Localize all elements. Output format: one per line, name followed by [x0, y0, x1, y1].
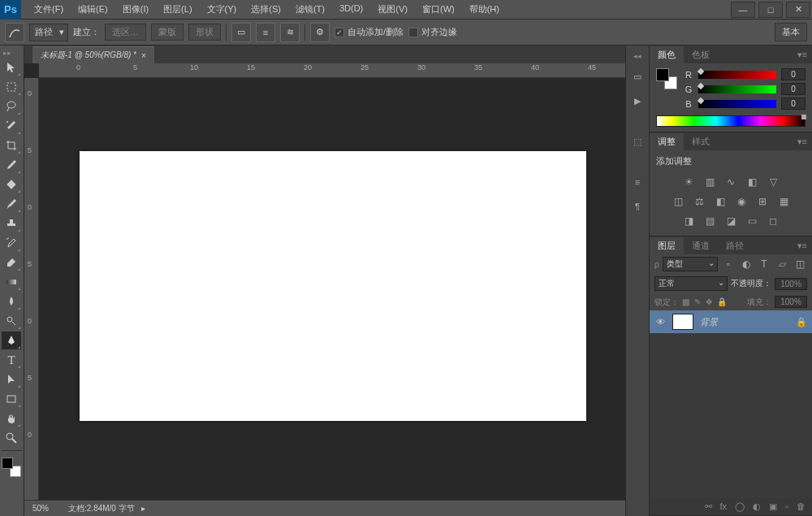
adj-threshold-icon[interactable]: ◪ — [723, 215, 738, 228]
adj-vibrance-icon[interactable]: ▽ — [766, 176, 780, 189]
layer-mask-icon[interactable]: ◯ — [735, 501, 745, 512]
adj-gradient-map-icon[interactable]: ▭ — [745, 215, 759, 228]
path-mode-dropdown[interactable]: 路径 — [29, 24, 68, 41]
current-tool-icon[interactable] — [5, 23, 24, 42]
window-maximize[interactable]: □ — [758, 2, 783, 18]
make-shape-button[interactable]: 形状 — [188, 24, 221, 41]
menu-type[interactable]: 文字(Y) — [201, 0, 244, 19]
tab-adjustments[interactable]: 调整 — [650, 133, 684, 150]
b-value[interactable]: 0 — [781, 98, 806, 110]
menu-image[interactable]: 图像(I) — [116, 0, 155, 19]
eyedropper-tool[interactable] — [2, 156, 21, 174]
healing-tool[interactable] — [2, 176, 21, 193]
path-align-icon[interactable]: ≡ — [256, 23, 275, 42]
window-close[interactable]: ✕ — [786, 2, 810, 18]
path-arrange-icon[interactable]: ≋ — [280, 23, 300, 42]
lasso-tool[interactable] — [2, 98, 21, 115]
fill-input[interactable]: 100% — [775, 296, 807, 308]
new-group-icon[interactable]: ▣ — [769, 501, 777, 512]
color-spectrum[interactable] — [656, 115, 806, 127]
menu-file[interactable]: 文件(F) — [28, 0, 70, 19]
layer-visibility-icon[interactable]: 👁 — [654, 317, 666, 327]
delete-layer-icon[interactable]: 🗑 — [797, 501, 806, 511]
window-minimize[interactable]: — — [731, 2, 755, 18]
adj-balance-icon[interactable]: ⚖ — [692, 195, 706, 208]
properties-panel-icon[interactable]: ⬚ — [629, 133, 646, 150]
filter-adjust-icon[interactable]: ◐ — [739, 258, 754, 271]
tab-swatches[interactable]: 色板 — [684, 46, 718, 63]
r-slider[interactable] — [698, 71, 776, 79]
blur-tool[interactable] — [2, 293, 21, 310]
hand-tool[interactable] — [2, 410, 21, 427]
make-mask-button[interactable]: 蒙版 — [151, 24, 184, 41]
adj-bw-icon[interactable]: ◧ — [713, 195, 728, 208]
new-fill-layer-icon[interactable]: ◐ — [753, 501, 761, 512]
menu-layer[interactable]: 图层(L) — [157, 0, 198, 19]
adj-exposure-icon[interactable]: ◧ — [745, 176, 759, 189]
layer-fx-icon[interactable]: fx — [720, 501, 728, 511]
new-layer-icon[interactable]: ▫ — [785, 501, 788, 511]
adj-lookup-icon[interactable]: ▦ — [776, 195, 791, 208]
adj-curves-icon[interactable]: ∿ — [723, 176, 738, 189]
link-layers-icon[interactable]: ⚯ — [705, 501, 712, 512]
gradient-tool[interactable] — [2, 273, 21, 291]
stamp-tool[interactable] — [2, 215, 21, 232]
adj-selective-icon[interactable]: ◻ — [766, 215, 780, 228]
pen-tool[interactable] — [2, 332, 21, 349]
document-info[interactable]: 文档:2.84M/0 字节 — [68, 503, 145, 514]
adj-channel-mixer-icon[interactable]: ⊞ — [755, 195, 770, 208]
dodge-tool[interactable] — [2, 312, 21, 330]
canvas[interactable] — [80, 151, 586, 421]
tab-styles[interactable]: 样式 — [684, 133, 718, 150]
crop-tool[interactable] — [2, 137, 21, 154]
adj-brightness-icon[interactable]: ☀ — [681, 176, 696, 189]
filter-shape-icon[interactable]: ▱ — [775, 258, 789, 271]
auto-add-delete-checkbox[interactable]: ✓ — [335, 28, 344, 37]
adj-invert-icon[interactable]: ◨ — [681, 215, 696, 228]
tab-color[interactable]: 颜色 — [650, 46, 684, 63]
panel-fg-swatch[interactable] — [656, 68, 669, 81]
align-edges-checkbox[interactable] — [408, 28, 418, 37]
ruler-vertical[interactable]: 0 5 0 5 0 5 0 — [24, 78, 39, 500]
menu-3d[interactable]: 3D(D) — [333, 0, 369, 19]
layer-name-label[interactable]: 背景 — [700, 316, 718, 328]
lock-transparency-icon[interactable]: ▩ — [682, 297, 689, 306]
blend-mode-dropdown[interactable]: 正常 — [654, 276, 728, 291]
lock-position-icon[interactable]: ✥ — [706, 297, 712, 306]
canvas-viewport[interactable] — [39, 78, 625, 500]
layer-thumbnail[interactable] — [672, 314, 693, 330]
filter-type-icon[interactable]: T — [757, 258, 771, 271]
character-panel-icon[interactable]: ≡ — [629, 174, 646, 190]
layers-panel-menu[interactable]: ▾≡ — [793, 241, 812, 251]
foreground-color-swatch[interactable] — [2, 457, 13, 469]
eraser-tool[interactable] — [2, 254, 21, 271]
brush-tool[interactable] — [2, 195, 21, 213]
tab-layers[interactable]: 图层 — [650, 237, 684, 254]
document-tab[interactable]: 未标题-1 @ 50%(RGB/8) * × — [32, 46, 154, 63]
tab-channels[interactable]: 通道 — [684, 237, 718, 254]
menu-edit[interactable]: 编辑(E) — [71, 0, 114, 19]
tab-close-icon[interactable]: × — [141, 51, 146, 60]
workspace-button[interactable]: 基本 — [775, 23, 807, 41]
color-panel-menu[interactable]: ▾≡ — [793, 50, 812, 60]
r-value[interactable]: 0 — [781, 68, 806, 80]
menu-select[interactable]: 选择(S) — [244, 0, 287, 19]
gear-icon[interactable]: ⚙ — [310, 23, 330, 42]
menu-filter[interactable]: 滤镜(T) — [289, 0, 331, 19]
adj-photo-filter-icon[interactable]: ◉ — [734, 195, 749, 208]
path-select-tool[interactable] — [2, 371, 21, 388]
history-panel-icon[interactable]: ▭ — [629, 68, 646, 85]
path-combine-icon[interactable]: ▭ — [231, 23, 251, 42]
opacity-input[interactable]: 100% — [775, 278, 807, 290]
make-selection-button[interactable]: 选区… — [105, 24, 146, 41]
adj-levels-icon[interactable]: ▥ — [702, 176, 717, 189]
g-value[interactable]: 0 — [781, 83, 806, 95]
type-tool[interactable]: T — [2, 351, 21, 369]
b-slider[interactable] — [698, 100, 776, 108]
menu-help[interactable]: 帮助(H) — [463, 0, 506, 19]
lock-pixels-icon[interactable]: ✎ — [694, 297, 701, 306]
adjust-panel-menu[interactable]: ▾≡ — [793, 137, 812, 147]
actions-panel-icon[interactable]: ▶ — [629, 93, 646, 109]
adj-hue-icon[interactable]: ◫ — [671, 195, 685, 208]
menu-view[interactable]: 视图(V) — [371, 0, 414, 19]
